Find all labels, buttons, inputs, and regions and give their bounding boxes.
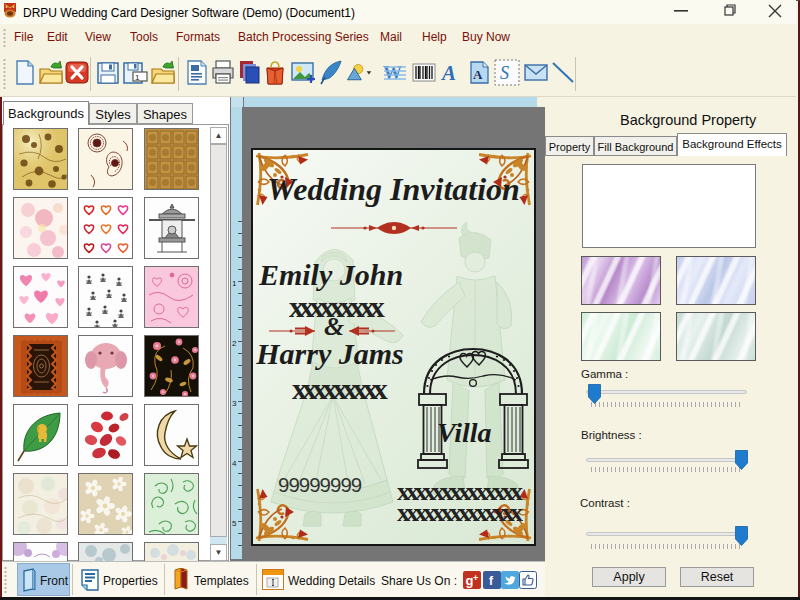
svg-text:S: S	[500, 63, 509, 83]
svg-text:Villa: Villa	[437, 417, 491, 448]
svg-text:+: +	[473, 573, 478, 583]
svg-text:1: 1	[135, 73, 140, 82]
svg-text:W: W	[383, 62, 402, 83]
svg-text:A: A	[440, 61, 456, 85]
svg-text:A: A	[473, 67, 483, 82]
